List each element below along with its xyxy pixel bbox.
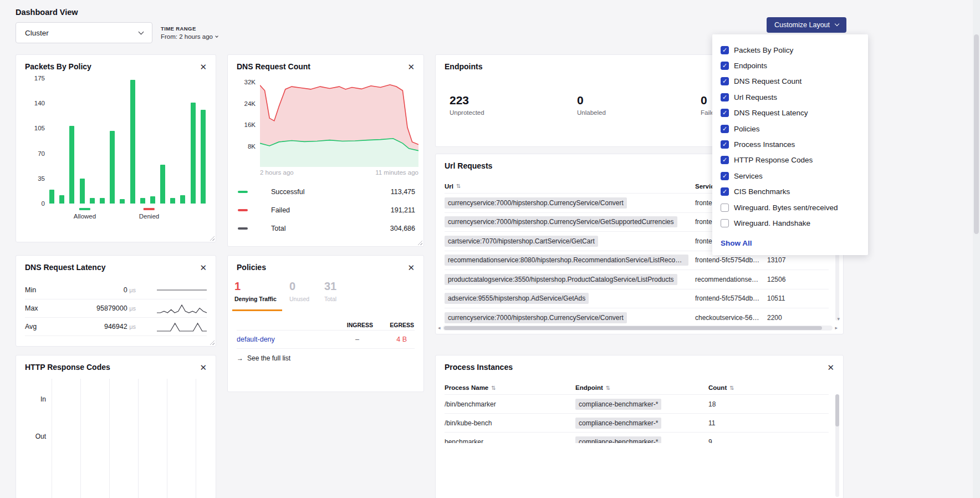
- show-all-link[interactable]: Show All: [721, 239, 868, 247]
- column-header-endpoint[interactable]: Endpoint ⇅: [575, 384, 708, 391]
- endpoint-cell: compliance-benchmarker-*: [575, 436, 661, 444]
- tab-value: 31: [324, 280, 336, 293]
- column-header-count[interactable]: Count ⇅: [708, 384, 829, 391]
- scrollbar-thumb[interactable]: [444, 326, 823, 330]
- page-scrollbar[interactable]: [973, 0, 980, 498]
- column-label: Endpoint: [575, 384, 603, 391]
- tab-total[interactable]: 31 Total: [324, 280, 336, 302]
- horizontal-scrollbar[interactable]: ◂ ▸: [438, 324, 838, 331]
- checkbox[interactable]: ✓: [721, 93, 729, 101]
- allowed-tick-icon: [79, 208, 90, 210]
- service-cell: recommendationse…: [695, 276, 767, 283]
- scrollbar-thumb[interactable]: [974, 34, 979, 234]
- menu-item-label: Url Requests: [734, 93, 777, 101]
- policy-link[interactable]: default-deny: [237, 336, 275, 343]
- checkbox[interactable]: ✓: [721, 125, 729, 133]
- scrollbar-thumb[interactable]: [835, 394, 839, 426]
- stat-label: Unprotected: [450, 109, 484, 116]
- menu-item-packets-by-policy[interactable]: ✓ Packets By Policy: [721, 42, 868, 58]
- legend-row: Total 304,686: [238, 219, 415, 237]
- menu-item-wireguard-handshake[interactable]: ✓ Wireguard. Handshake: [721, 215, 868, 231]
- latency-row: Min 0 μs: [25, 281, 207, 299]
- column-label: Url: [445, 183, 453, 190]
- checkbox[interactable]: ✓: [721, 46, 729, 54]
- table-row: productcatalogservice:3550/hipstershop.P…: [445, 270, 829, 289]
- latency-unit: μs: [129, 323, 136, 330]
- dns-request-latency-card: DNS Request Latency ✕ Min 0 μs Max 95879…: [16, 255, 216, 347]
- menu-item-policies[interactable]: ✓ Policies: [721, 121, 868, 136]
- check-icon: ✓: [722, 110, 727, 116]
- menu-item-wireguard-bytes[interactable]: ✓ Wireguard. Bytes sent/received: [721, 200, 868, 215]
- menu-item-dns-request-count[interactable]: ✓ DNS Request Count: [721, 74, 868, 89]
- menu-item-http-response-codes[interactable]: ✓ HTTP Response Codes: [721, 153, 868, 168]
- max-sparkline: [157, 301, 207, 316]
- tab-unused[interactable]: 0 Unused: [289, 280, 309, 302]
- latency-value: 95879000: [96, 304, 127, 312]
- arrow-right-icon: →: [237, 354, 243, 362]
- url-cell: currencyservice:7000/hipstershop.Currenc…: [445, 216, 677, 227]
- vertical-scrollbar[interactable]: [835, 394, 839, 497]
- time-range-text: From: 2 hours ago: [161, 33, 213, 40]
- column-header-process-name[interactable]: Process Name ⇅: [445, 384, 575, 391]
- view-select-value: Cluster: [25, 29, 49, 37]
- menu-item-cis-benchmarks[interactable]: ✓ CIS Benchmarks: [721, 184, 868, 200]
- close-icon[interactable]: ✕: [827, 363, 834, 372]
- menu-item-url-requests[interactable]: ✓ Url Requests: [721, 89, 868, 105]
- view-select[interactable]: Cluster: [16, 22, 152, 43]
- column-label: Count: [708, 384, 727, 391]
- menu-item-process-instances[interactable]: ✓ Process Instances: [721, 136, 868, 152]
- close-icon[interactable]: ✕: [200, 363, 207, 372]
- checkbox[interactable]: ✓: [721, 172, 729, 180]
- column-header-url[interactable]: Url ⇅: [445, 183, 695, 190]
- checkbox[interactable]: ✓: [721, 77, 729, 85]
- menu-item-label: Wireguard. Bytes sent/received: [734, 204, 838, 212]
- checkbox[interactable]: ✓: [721, 204, 729, 212]
- checkbox[interactable]: ✓: [721, 187, 729, 196]
- legend-value: 113,475: [391, 188, 415, 196]
- scroll-left-icon[interactable]: ◂: [438, 326, 441, 331]
- close-icon[interactable]: ✕: [200, 63, 207, 71]
- sort-icon: ⇅: [456, 183, 461, 189]
- resize-handle[interactable]: [417, 240, 422, 245]
- see-full-list-link[interactable]: → See the full list: [237, 354, 290, 362]
- checkbox[interactable]: ✓: [721, 109, 729, 117]
- packets-bar-plot: [49, 80, 206, 204]
- tab-denying-traffic[interactable]: 1 Denying Traffic: [234, 280, 277, 302]
- url-cell: currencyservice:7000/hipstershop.Currenc…: [445, 312, 627, 323]
- resize-handle[interactable]: [210, 340, 215, 345]
- dns-y-axis: 32K24K16K8K: [233, 79, 256, 150]
- resize-handle[interactable]: [210, 236, 215, 241]
- menu-item-dns-request-latency[interactable]: ✓ DNS Request Latency: [721, 105, 868, 121]
- checkbox[interactable]: ✓: [721, 219, 729, 227]
- time-range-value[interactable]: From: 2 hours ago: [161, 33, 218, 40]
- table-row: /bin/benchmarker compliance-benchmarker-…: [445, 394, 829, 413]
- chevron-down-icon: [215, 34, 218, 38]
- close-icon[interactable]: ✕: [407, 63, 415, 71]
- checkbox[interactable]: ✓: [721, 156, 729, 164]
- tab-value: 0: [289, 280, 309, 293]
- scroll-down-icon[interactable]: ▾: [837, 316, 840, 322]
- customize-layout-button[interactable]: Customize Layout: [767, 17, 846, 33]
- sort-icon: ⇅: [491, 385, 496, 391]
- close-icon[interactable]: ✕: [200, 263, 207, 272]
- table-row: benchmarker compliance-benchmarker-* 9: [445, 432, 829, 443]
- url-cell: currencyservice:7000/hipstershop.Currenc…: [445, 197, 627, 209]
- check-icon: ✓: [722, 47, 727, 53]
- scroll-right-icon[interactable]: ▸: [835, 326, 838, 331]
- endpoint-cell: compliance-benchmarker-*: [575, 399, 661, 410]
- menu-item-label: Policies: [734, 125, 760, 133]
- avg-sparkline: [157, 319, 207, 334]
- menu-item-endpoints[interactable]: ✓ Endpoints: [721, 58, 868, 73]
- scrollbar-track[interactable]: [443, 326, 833, 331]
- menu-item-label: Process Instances: [734, 140, 795, 149]
- card-title: Policies: [237, 263, 266, 272]
- menu-item-services[interactable]: ✓ Services: [721, 168, 868, 184]
- latency-rows: Min 0 μs Max 95879000 μs Avg 946942 μs: [25, 281, 207, 336]
- check-icon: ✓: [722, 173, 727, 179]
- checkbox[interactable]: ✓: [721, 62, 729, 70]
- close-icon[interactable]: ✕: [407, 263, 415, 272]
- customize-layout-label: Customize Layout: [774, 21, 830, 29]
- checkbox[interactable]: ✓: [721, 140, 729, 149]
- latency-label: Max: [25, 304, 58, 312]
- row-label-out: Out: [26, 433, 46, 440]
